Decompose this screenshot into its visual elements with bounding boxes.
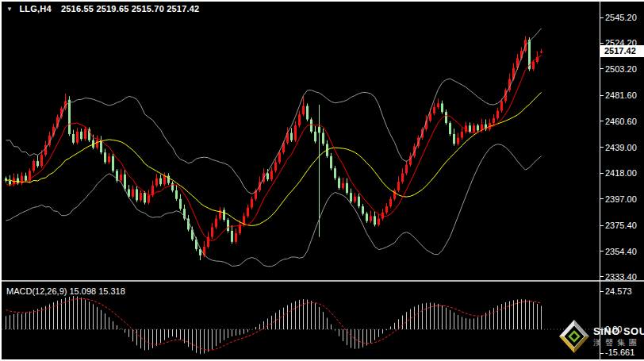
price-axis-label: 2333.40 — [605, 272, 637, 282]
price-axis-label: 2439.00 — [605, 143, 637, 152]
symbol-label: LLG,H4 — [19, 4, 51, 13]
ohlc-values: 2516.55 2519.65 2515.70 2517.42 — [61, 4, 199, 13]
current-price-tag: 2517.42 — [600, 45, 644, 57]
macd-axis-label: 24.573 — [605, 286, 632, 296]
price-axis-label: 2481.60 — [605, 90, 637, 100]
price-tick-mark — [600, 147, 604, 148]
window-border-top — [0, 0, 644, 2]
price-axis-label: 2397.00 — [605, 194, 637, 204]
price-tick-mark — [600, 276, 604, 277]
price-axis-label: 2418.00 — [605, 168, 637, 178]
price-tick-mark — [600, 121, 604, 121]
window-border-left — [0, 0, 2, 361]
quote-bar: ▼ LLG,H4 2516.55 2519.65 2515.70 2517.42 — [6, 4, 199, 13]
price-tick-mark — [600, 17, 604, 18]
pane-separator[interactable] — [0, 280, 644, 282]
symbol-triangle-icon: ▼ — [6, 6, 13, 13]
macd-tick-mark — [600, 353, 604, 354]
price-axis-label: 2460.60 — [605, 117, 637, 126]
price-axis-label: 2503.20 — [605, 64, 637, 74]
price-tick-mark — [600, 173, 604, 174]
chart-canvas[interactable] — [0, 0, 644, 361]
price-tick-mark — [600, 251, 604, 252]
macd-tick-mark — [600, 329, 604, 330]
sinosound-brand-cn: 漢聲集團 — [593, 338, 644, 348]
macd-tick-mark — [600, 291, 604, 292]
macd-axis-label: 0.00 — [605, 325, 622, 334]
price-tick-mark — [600, 68, 604, 69]
price-tick-mark — [600, 43, 604, 44]
macd-pane[interactable] — [2, 296, 599, 354]
price-axis-label: 2375.40 — [605, 221, 637, 230]
price-tick-mark — [600, 198, 604, 199]
price-tick-mark — [600, 225, 604, 226]
price-axis-label: 2545.20 — [605, 13, 637, 22]
macd-axis-label: -15.661 — [605, 348, 634, 357]
price-axis-label: 2354.40 — [605, 247, 637, 256]
trading-chart-window: ▼ LLG,H4 2516.55 2519.65 2515.70 2517.42… — [0, 0, 644, 361]
price-tick-mark — [600, 95, 604, 96]
sinosound-diamond-icon — [558, 319, 590, 354]
macd-indicator-label: MACD(12,26,9) 15.098 15.318 — [6, 286, 125, 296]
price-pane[interactable] — [5, 29, 542, 267]
